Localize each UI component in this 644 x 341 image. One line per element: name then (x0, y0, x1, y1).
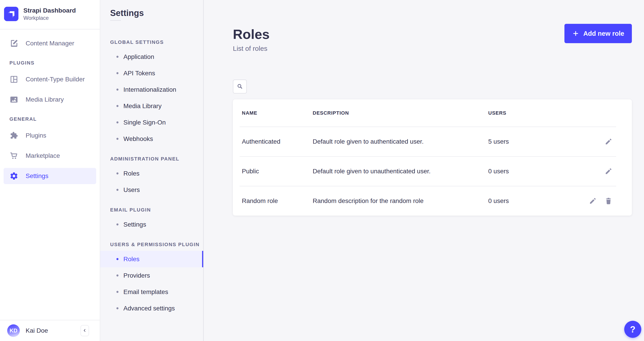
subnav-item-label: API Tokens (124, 70, 155, 77)
subnav-section: GLOBAL SETTINGS Application API Tokens I… (100, 39, 203, 147)
subnav-section: ADMINISTRATION PANEL Roles Users (100, 156, 203, 198)
subnav-title: Settings (110, 8, 203, 18)
add-new-role-button[interactable]: Add new role (564, 24, 632, 43)
subnav-section-header: ADMINISTRATION PANEL (110, 156, 203, 162)
search-icon (236, 83, 243, 90)
sidebar-item-label: Content-Type Builder (26, 76, 85, 83)
app-root: Strapi Dashboard Workplace Content Manag… (0, 0, 644, 341)
pencil-icon (604, 167, 612, 175)
subnav-item-email-templates[interactable]: Email templates (100, 284, 203, 300)
subnav-item-label: Roles (124, 170, 140, 177)
brand-subtitle: Workplace (24, 14, 76, 21)
role-name-cell: Public (233, 168, 313, 175)
subnav-item-users[interactable]: Users (100, 182, 203, 198)
images-icon (10, 95, 18, 104)
main-sidebar: Strapi Dashboard Workplace Content Manag… (0, 0, 100, 341)
roles-table-card: NAMEDESCRIPTIONUSERS AuthenticatedDefaul… (233, 99, 632, 216)
bullet-icon (116, 224, 118, 226)
sidebar-item-content-manager[interactable]: Content Manager (4, 35, 96, 52)
delete-role-button[interactable] (604, 197, 612, 205)
page-title: Roles (233, 27, 270, 42)
gear-icon (10, 172, 18, 180)
bullet-icon (116, 138, 118, 140)
role-description-cell: Default role given to authenticated user… (313, 138, 488, 145)
pencil-icon (604, 138, 612, 146)
plus-icon (572, 30, 579, 37)
sidebar-item-content-type-builder[interactable]: Content-Type Builder (4, 71, 96, 88)
edit-role-button[interactable] (589, 197, 597, 205)
sidebar-item-label: Settings (26, 172, 48, 180)
subnav-item-label: Email templates (124, 288, 168, 296)
subnav-item-roles[interactable]: Roles (100, 251, 203, 267)
bullet-icon (116, 307, 118, 309)
subnav-item-label: Users (124, 186, 140, 194)
sidebar-item-settings[interactable]: Settings (4, 168, 96, 184)
subnav-item-application[interactable]: Application (100, 48, 203, 65)
subnav-item-providers[interactable]: Providers (100, 267, 203, 284)
subnav-item-media-library[interactable]: Media Library (100, 98, 203, 114)
column-header-users: USERS (488, 110, 576, 116)
settings-subnav: Settings GLOBAL SETTINGS Application API… (100, 0, 204, 341)
column-header-name: NAME (233, 110, 313, 116)
bullet-icon (116, 189, 118, 191)
subnav-item-settings[interactable]: Settings (100, 216, 203, 233)
subnav-section-header: USERS & PERMISSIONS PLUGIN (110, 242, 203, 248)
page-subtitle: List of roles (233, 44, 270, 52)
subnav-item-advanced-settings[interactable]: Advanced settings (100, 300, 203, 316)
table-row-random-role[interactable]: Random roleRandom description for the ra… (233, 186, 632, 216)
write-icon (10, 39, 18, 48)
sidebar-item-label: Marketplace (26, 152, 60, 159)
help-button[interactable]: ? (624, 321, 641, 338)
table-body: AuthenticatedDefault role given to authe… (233, 127, 632, 216)
page-header-text: Roles List of roles (233, 24, 270, 52)
sidebar-item-plugins[interactable]: Plugins (4, 128, 96, 144)
brand[interactable]: Strapi Dashboard Workplace (0, 0, 100, 29)
layout-icon (10, 75, 18, 84)
subnav-item-label: Advanced settings (124, 305, 175, 312)
role-name-cell: Authenticated (233, 138, 313, 145)
column-header-description: DESCRIPTION (313, 110, 488, 116)
bullet-icon (116, 258, 118, 260)
sidebar-item-label: Plugins (26, 132, 46, 139)
subnav-section-header: EMAIL PLUGIN (110, 207, 203, 213)
subnav-item-roles[interactable]: Roles (100, 165, 203, 182)
subnav-item-single-sign-on[interactable]: Single Sign-On (100, 114, 203, 130)
subnav-item-label: Roles (124, 256, 140, 263)
search-button[interactable] (233, 80, 247, 94)
subnav-item-webhooks[interactable]: Webhooks (100, 130, 203, 147)
role-users-cell: 5 users (488, 138, 576, 145)
role-name-cell: Random role (233, 197, 313, 204)
bullet-icon (116, 122, 118, 124)
sidebar-item-media-library[interactable]: Media Library (4, 92, 96, 108)
avatar[interactable]: KD (7, 324, 20, 337)
subnav-sections: GLOBAL SETTINGS Application API Tokens I… (100, 39, 203, 316)
subnav-item-label: Settings (124, 221, 146, 228)
collapse-sidebar-button[interactable] (80, 325, 89, 336)
subnav-item-internationalization[interactable]: Internationalization (100, 81, 203, 98)
table-row-public[interactable]: PublicDefault role given to unauthentica… (233, 157, 632, 186)
subnav-section-header: GLOBAL SETTINGS (110, 39, 203, 45)
role-description-cell: Default role given to unauthenticated us… (313, 168, 488, 175)
bullet-icon (116, 274, 118, 276)
bullet-icon (116, 88, 118, 90)
subnav-rule (110, 20, 121, 21)
search-row (233, 80, 632, 94)
edit-role-button[interactable] (604, 167, 612, 175)
bullet-icon (116, 56, 118, 58)
subnav-section: EMAIL PLUGIN Settings (100, 207, 203, 233)
subnav-section: USERS & PERMISSIONS PLUGIN Roles Provide… (100, 242, 203, 316)
puzzle-icon (10, 131, 18, 140)
role-users-cell: 0 users (488, 197, 576, 204)
edit-role-button[interactable] (604, 138, 612, 146)
sidebar-item-label: Content Manager (26, 40, 74, 47)
add-new-role-label: Add new role (583, 30, 624, 37)
pencil-icon (589, 197, 597, 205)
bullet-icon (116, 172, 118, 174)
table-header-row: NAMEDESCRIPTIONUSERS (233, 99, 632, 126)
subnav-item-api-tokens[interactable]: API Tokens (100, 65, 203, 81)
subnav-item-label: Media Library (124, 102, 162, 110)
table-row-authenticated[interactable]: AuthenticatedDefault role given to authe… (233, 127, 632, 156)
trash-icon (604, 197, 612, 205)
sidebar-item-marketplace[interactable]: Marketplace (4, 148, 96, 164)
subnav-item-label: Providers (124, 272, 150, 279)
